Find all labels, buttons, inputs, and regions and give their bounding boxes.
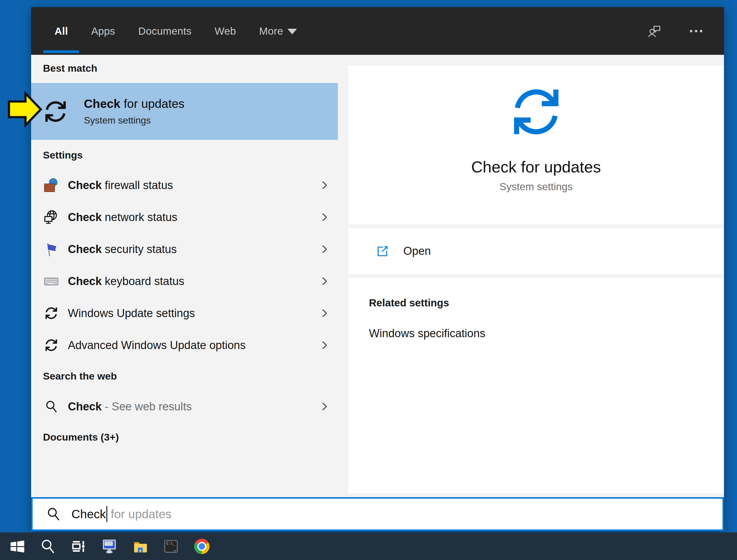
best-match-header: Best match (43, 60, 97, 76)
search-tabs: All Apps Documents Web More (31, 7, 297, 55)
open-external-icon (376, 245, 389, 258)
search-icon (40, 538, 56, 554)
svg-text:C:\_: C:\_ (166, 541, 175, 545)
user-feedback-icon[interactable] (646, 24, 663, 38)
remote-desktop-button[interactable] (94, 532, 125, 560)
security-flag-icon (43, 241, 60, 257)
search-icon (43, 398, 60, 415)
chrome-icon (194, 539, 210, 554)
preview-title: Check for updates (471, 158, 601, 176)
settings-section-header: Settings (43, 147, 83, 163)
task-view-button[interactable] (63, 532, 94, 560)
tab-web[interactable]: Web (215, 25, 236, 37)
preview-subtitle: System settings (499, 181, 573, 193)
settings-item-check-network-status[interactable]: Check network status (31, 201, 338, 233)
tab-all[interactable]: All (55, 25, 68, 37)
task-view-icon (71, 538, 87, 554)
file-explorer-button[interactable] (125, 532, 156, 560)
command-prompt-icon: C:\_ (163, 538, 179, 554)
windows-logo-icon (9, 538, 25, 554)
documents-section-header: Documents (3+) (43, 429, 119, 445)
related-settings-header: Related settings (369, 297, 703, 309)
search-header: All Apps Documents Web More (31, 7, 724, 55)
chevron-down-icon (287, 29, 297, 34)
network-globe-icon (43, 209, 60, 225)
monitor-keyboard-icon (101, 538, 117, 554)
tab-more[interactable]: More (259, 25, 297, 37)
search-results-area: Best match Check for updates System sett… (31, 55, 724, 493)
chevron-right-icon[interactable] (319, 340, 330, 350)
firewall-icon (43, 177, 60, 193)
settings-item-windows-update-settings[interactable]: Windows Update settings (31, 297, 338, 329)
web-section-header: Search the web (43, 368, 117, 384)
command-prompt-button[interactable]: C:\_ (156, 532, 186, 560)
open-action-label: Open (403, 245, 431, 257)
settings-item-advanced-windows-update-options[interactable]: Advanced Windows Update options (31, 329, 338, 361)
search-icon (46, 507, 61, 521)
search-gap (31, 493, 724, 497)
best-match-subtitle: System settings (84, 115, 185, 126)
search-input[interactable]: Check for updates (31, 497, 724, 531)
web-search-item[interactable]: Check - See web results (31, 391, 338, 423)
settings-item-check-keyboard-status[interactable]: Check keyboard status (31, 265, 338, 297)
chevron-right-icon[interactable] (319, 244, 330, 254)
chevron-right-icon[interactable] (319, 276, 330, 286)
results-panel: Best match Check for updates System sett… (31, 55, 338, 493)
sync-icon (509, 84, 564, 139)
windows-specifications-link[interactable]: Windows specifications (369, 327, 703, 340)
search-typed-text: Check (71, 507, 106, 521)
settings-item-check-firewall-status[interactable]: Check firewall status (31, 169, 338, 201)
tab-documents[interactable]: Documents (138, 25, 192, 37)
related-settings-card: Related settings Windows specifications (348, 278, 724, 493)
yellow-arrow-annotation (8, 91, 43, 127)
tab-apps[interactable]: Apps (91, 25, 115, 37)
settings-results-list: Check firewall status (31, 169, 338, 361)
taskbar: C:\_ (0, 532, 737, 560)
keyboard-icon (43, 273, 60, 289)
preview-hero-card: Check for updates System settings (348, 65, 724, 224)
chrome-button[interactable] (186, 532, 217, 560)
open-action-row[interactable]: Open (348, 228, 724, 274)
settings-item-check-security-status[interactable]: Check security status (31, 233, 338, 265)
start-button[interactable] (1, 532, 32, 560)
taskbar-search-button[interactable] (32, 532, 63, 560)
chevron-right-icon[interactable] (319, 401, 330, 412)
active-tab-indicator (43, 50, 79, 53)
sync-icon (43, 305, 60, 321)
chevron-right-icon[interactable] (319, 308, 330, 318)
file-explorer-icon (132, 538, 148, 554)
ellipsis-icon[interactable] (689, 24, 703, 38)
search-flyout-window: All Apps Documents Web More (31, 7, 724, 531)
best-match-item[interactable]: Check for updates System settings (31, 83, 338, 140)
best-match-title: Check for updates (84, 97, 185, 111)
preview-panel: Check for updates System settings Open R… (348, 55, 724, 493)
sync-icon (43, 337, 60, 353)
chevron-right-icon[interactable] (319, 180, 330, 190)
chevron-right-icon[interactable] (319, 212, 330, 222)
sync-icon (43, 99, 68, 124)
desktop: { "tabs": { "items": [ {"label": "All", … (0, 0, 737, 560)
search-suggestion-text: for updates (107, 507, 172, 521)
